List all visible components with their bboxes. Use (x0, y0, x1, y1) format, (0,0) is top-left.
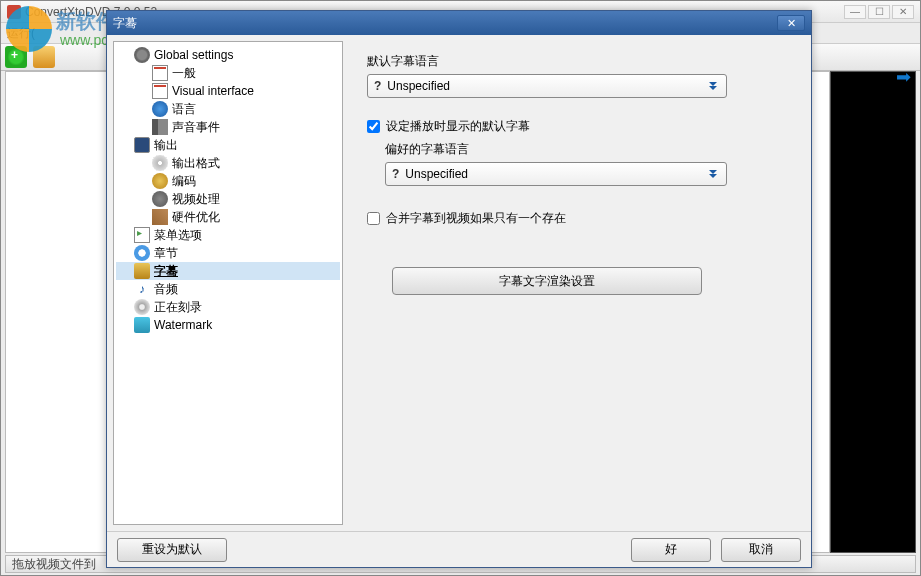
settings-tree[interactable]: Global settings一般Visual interface语言声音事件输… (113, 41, 343, 525)
video-icon (152, 191, 168, 207)
subtitle-render-settings-button[interactable]: 字幕文字渲染设置 (392, 267, 702, 295)
tree-item-label: 编码 (172, 173, 196, 190)
tree-item-monitor[interactable]: 输出 (116, 136, 340, 154)
default-subtitle-lang-value: Unspecified (387, 79, 450, 93)
tree-item-encode[interactable]: 编码 (116, 172, 340, 190)
burn-icon (134, 299, 150, 315)
default-subtitle-lang-label: 默认字幕语言 (367, 53, 727, 70)
preferred-subtitle-lang-value: Unspecified (405, 167, 468, 181)
default-subtitle-lang-combo[interactable]: ? Unspecified (367, 74, 727, 98)
tree-item-label: 输出格式 (172, 155, 220, 172)
tree-item-label: 字蓦 (154, 263, 178, 280)
chevron-down-icon (706, 166, 720, 182)
tree-item-page[interactable]: 一般 (116, 64, 340, 82)
tree-item-video[interactable]: 视频处理 (116, 190, 340, 208)
preview-panel: ➡ (830, 71, 916, 553)
set-default-display-label: 设定播放时显示的默认字幕 (386, 118, 530, 135)
sound-icon (152, 119, 168, 135)
tree-item-label: 语言 (172, 101, 196, 118)
chapter-icon (134, 245, 150, 261)
reset-defaults-button[interactable]: 重设为默认 (117, 538, 227, 562)
ok-button[interactable]: 好 (631, 538, 711, 562)
watermark-icon (134, 317, 150, 333)
audio-icon: ♪ (134, 281, 150, 297)
merge-subtitle-label: 合并字幕到视频如果只有一个存在 (386, 210, 566, 227)
app-icon (7, 5, 21, 19)
status-text: 拖放视频文件到 (12, 556, 96, 573)
tree-item-label: 输出 (154, 137, 178, 154)
tree-item-label: Global settings (154, 48, 233, 62)
globe-icon (152, 101, 168, 117)
tree-item-menu[interactable]: 菜单选项 (116, 226, 340, 244)
settings-dialog: 字蓦 ✕ Global settings一般Visual interface语言… (106, 10, 812, 568)
tree-item-label: Visual interface (172, 84, 254, 98)
tree-item-hw[interactable]: 硬件优化 (116, 208, 340, 226)
menu-run[interactable]: 运行( (7, 25, 35, 42)
dialog-button-bar: 重设为默认 好 取消 (107, 531, 811, 567)
dialog-title: 字蓦 (113, 15, 137, 32)
folder-button[interactable] (33, 46, 55, 68)
set-default-display-checkbox[interactable] (367, 120, 380, 133)
disc-icon (152, 155, 168, 171)
tree-item-label: 一般 (172, 65, 196, 82)
tree-item-watermark[interactable]: Watermark (116, 316, 340, 334)
maximize-button[interactable]: ☐ (868, 5, 890, 19)
tree-item-label: 菜单选项 (154, 227, 202, 244)
dialog-close-button[interactable]: ✕ (777, 15, 805, 31)
add-button[interactable] (5, 46, 27, 68)
tree-item-label: 硬件优化 (172, 209, 220, 226)
tree-item-sound[interactable]: 声音事件 (116, 118, 340, 136)
chevron-down-icon (706, 78, 720, 94)
merge-subtitle-checkbox[interactable] (367, 212, 380, 225)
tree-item-label: Watermark (154, 318, 212, 332)
arrow-right-icon[interactable]: ➡ (896, 66, 911, 88)
tree-item-disc[interactable]: 输出格式 (116, 154, 340, 172)
gear-icon (134, 47, 150, 63)
preferred-subtitle-lang-combo[interactable]: ? Unspecified (385, 162, 727, 186)
hw-icon (152, 209, 168, 225)
tree-item-page[interactable]: Visual interface (116, 82, 340, 100)
tree-item-label: 视频处理 (172, 191, 220, 208)
menu-icon (134, 227, 150, 243)
tree-item-label: 声音事件 (172, 119, 220, 136)
monitor-icon (134, 137, 150, 153)
minimize-button[interactable]: — (844, 5, 866, 19)
tree-item-gear[interactable]: Global settings (116, 46, 340, 64)
close-button[interactable]: ✕ (892, 5, 914, 19)
tree-item-chapter[interactable]: 章节 (116, 244, 340, 262)
question-icon: ? (392, 167, 399, 181)
tree-item-audio[interactable]: ♪音频 (116, 280, 340, 298)
tree-item-subtitle[interactable]: 字蓦 (116, 262, 340, 280)
cancel-button[interactable]: 取消 (721, 538, 801, 562)
dialog-titlebar: 字蓦 ✕ (107, 11, 811, 35)
encode-icon (152, 173, 168, 189)
page-icon (152, 83, 168, 99)
tree-item-label: 章节 (154, 245, 178, 262)
tree-item-label: 音频 (154, 281, 178, 298)
tree-item-label: 正在刻录 (154, 299, 202, 316)
question-icon: ? (374, 79, 381, 93)
subtitle-icon (134, 263, 150, 279)
page-icon (152, 65, 168, 81)
settings-content: 默认字幕语言 ? Unspecified 设定播放时显示的默认字幕 偏好的字幕语… (349, 41, 805, 525)
tree-item-globe[interactable]: 语言 (116, 100, 340, 118)
preferred-subtitle-lang-label: 偏好的字幕语言 (385, 141, 727, 158)
tree-item-burn[interactable]: 正在刻录 (116, 298, 340, 316)
